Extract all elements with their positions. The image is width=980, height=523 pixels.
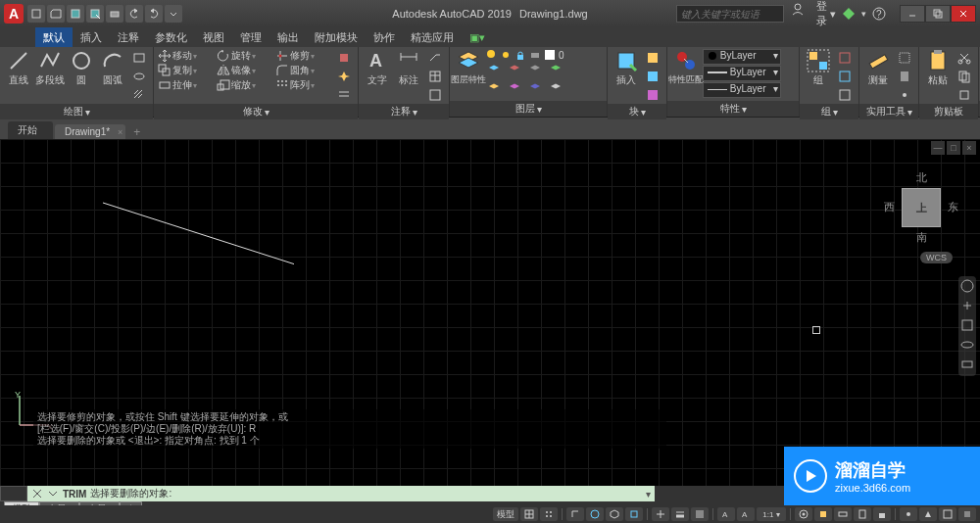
otrack-toggle-icon[interactable] (652, 507, 669, 521)
layer-prev-icon[interactable] (526, 80, 546, 98)
isodraft-icon[interactable] (606, 507, 623, 521)
scale-button[interactable]: 缩放▾ (217, 78, 273, 92)
offset-icon[interactable] (334, 86, 354, 104)
viewcube-top[interactable]: 上 (902, 188, 941, 227)
command-line[interactable]: TRIM 选择要删除的对象: ▾ (27, 486, 655, 501)
annotation-visibility-icon[interactable]: A (737, 507, 755, 521)
tab-expand-icon[interactable]: ▣▾ (462, 27, 493, 47)
app-logo[interactable]: A (4, 4, 24, 24)
selected-line[interactable] (186, 168, 294, 286)
copy-button[interactable]: 复制▾ (158, 64, 215, 77)
calculator-icon[interactable] (895, 68, 914, 85)
drawing-canvas[interactable]: — □ × 北 南 东 西 上 WCS Y X 选择要修剪的对象，或按住 Shi… (0, 139, 980, 486)
chevron-down-icon[interactable]: ▾ (265, 107, 270, 118)
linetype-select[interactable]: ByLayer▾ (703, 82, 781, 98)
leader-icon[interactable] (425, 49, 445, 67)
rectangle-icon[interactable] (129, 49, 149, 67)
lock-icon[interactable] (514, 49, 526, 61)
cmdline-handle[interactable] (0, 486, 27, 501)
lock-ui-icon[interactable] (873, 507, 891, 521)
pan-icon[interactable] (959, 298, 975, 315)
rotate-button[interactable]: 旋转▾ (217, 49, 273, 63)
circle-button[interactable]: 圆 (67, 49, 96, 87)
group-select-icon[interactable] (835, 86, 855, 104)
dimension-button[interactable]: 标注 (394, 49, 423, 87)
stretch-button[interactable]: 拉伸▾ (158, 78, 215, 92)
close-tab-icon[interactable]: × (118, 127, 122, 137)
cmdline-dropdown-icon[interactable]: ▾ (646, 489, 651, 499)
new-tab-button[interactable]: + (127, 125, 146, 139)
trim-button[interactable]: 修剪▾ (275, 49, 332, 63)
match-properties-button[interactable]: 特性匹配 (671, 49, 701, 86)
arc-button[interactable]: 圆弧 (98, 49, 127, 87)
layer-lock-icon[interactable] (526, 62, 546, 79)
wcs-badge[interactable]: WCS (920, 252, 953, 263)
chevron-down-icon[interactable]: ▾ (861, 9, 866, 19)
tab-default[interactable]: 默认 (35, 27, 73, 47)
tab-addins[interactable]: 附加模块 (307, 27, 366, 47)
viewcube-west[interactable]: 西 (884, 200, 895, 214)
hatch-icon[interactable] (129, 86, 149, 104)
sun-icon[interactable] (500, 49, 512, 61)
explode-icon[interactable] (334, 68, 354, 85)
erase-icon[interactable] (334, 49, 354, 67)
tab-featured[interactable]: 精选应用 (403, 27, 462, 47)
qat-redo-icon[interactable] (145, 5, 163, 23)
qat-plot-icon[interactable] (106, 5, 123, 23)
ortho-toggle-icon[interactable] (566, 507, 584, 521)
layer-status-icons[interactable]: 0 (485, 49, 603, 61)
quick-props-icon[interactable] (854, 507, 871, 521)
viewcube-north[interactable]: 北 (916, 170, 927, 185)
tab-output[interactable]: 输出 (270, 27, 307, 47)
canvas-close-icon[interactable]: × (962, 141, 976, 155)
exchange-icon[interactable] (842, 7, 856, 21)
tab-annotate[interactable]: 注释 (110, 27, 147, 47)
color-select[interactable]: ByLayer▾ (703, 49, 781, 65)
workspace-icon[interactable] (795, 507, 812, 521)
annoscale-dropdown-icon[interactable]: 1:1 ▾ (757, 507, 786, 521)
line-button[interactable]: 直线 (4, 49, 33, 87)
clean-screen-icon[interactable] (939, 507, 956, 521)
layer-match-icon[interactable] (547, 62, 566, 79)
qat-saveas-icon[interactable] (86, 5, 104, 23)
select-all-icon[interactable] (895, 49, 914, 67)
steering-wheel-icon[interactable] (959, 278, 975, 296)
hardware-accel-icon[interactable] (919, 507, 937, 521)
tab-start[interactable]: 开始 (8, 121, 53, 139)
chevron-down-icon[interactable]: ▾ (641, 107, 646, 118)
point-icon[interactable] (895, 86, 914, 104)
lightbulb-icon[interactable] (485, 49, 497, 61)
qat-open-icon[interactable] (47, 5, 65, 23)
layer-uniso-icon[interactable] (506, 80, 525, 98)
chevron-down-icon[interactable]: ▾ (413, 107, 417, 118)
line-2[interactable] (235, 186, 294, 286)
mtext-icon[interactable] (425, 86, 445, 104)
layer-state-icon[interactable] (547, 80, 566, 98)
layer-color-icon[interactable] (544, 49, 556, 61)
close-button[interactable] (951, 5, 976, 23)
viewcube-east[interactable]: 东 (948, 200, 958, 214)
layer-freeze-icon[interactable] (485, 62, 505, 79)
expand-history-icon[interactable] (47, 488, 59, 499)
insert-block-button[interactable]: 插入 (612, 49, 641, 87)
osnap-toggle-icon[interactable] (625, 507, 643, 521)
lineweight-select[interactable]: ByLayer▾ (703, 66, 781, 81)
tab-view[interactable]: 视图 (195, 27, 232, 47)
annotation-scale-icon[interactable]: A (717, 507, 735, 521)
qat-dropdown-icon[interactable] (165, 5, 182, 23)
qat-save-icon[interactable] (67, 5, 84, 23)
edit-block-icon[interactable] (643, 68, 662, 85)
chevron-down-icon[interactable]: ▾ (833, 107, 838, 118)
maximize-button[interactable] (925, 5, 951, 23)
chevron-down-icon[interactable]: ▾ (907, 107, 912, 118)
layer-properties-button[interactable]: 图层特性 (454, 49, 483, 86)
canvas-maximize-icon[interactable]: □ (947, 141, 960, 155)
mirror-button[interactable]: 镜像▾ (217, 64, 273, 77)
layer-iso-icon[interactable] (485, 80, 505, 98)
showmotion-icon[interactable] (959, 357, 975, 374)
qat-undo-icon[interactable] (125, 5, 143, 23)
text-button[interactable]: A文字 (363, 49, 392, 87)
transparency-icon[interactable] (691, 507, 709, 521)
units-icon[interactable] (834, 507, 852, 521)
tab-insert[interactable]: 插入 (73, 27, 110, 47)
